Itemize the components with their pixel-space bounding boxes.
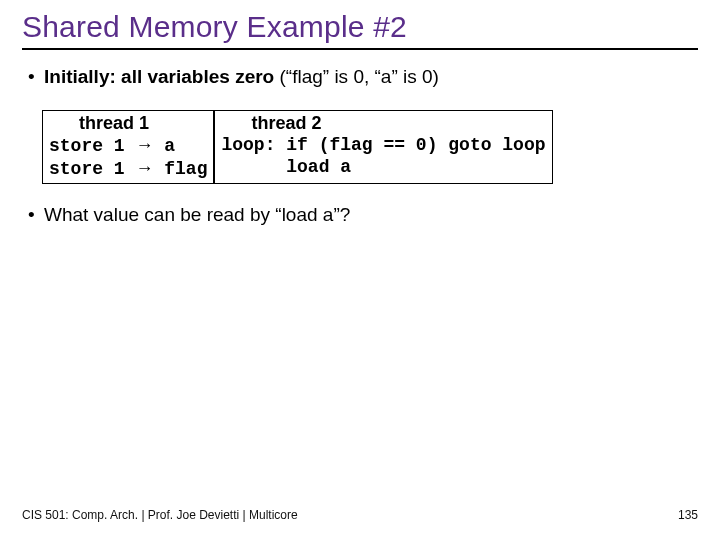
slide: Shared Memory Example #2 • Initially: al… xyxy=(0,0,720,540)
bullet-dot-icon: • xyxy=(28,202,44,228)
bullet-2: • What value can be read by “load a”? xyxy=(28,202,698,228)
footer-left: CIS 501: Comp. Arch. | Prof. Joe Deviett… xyxy=(22,508,298,522)
bullet-1-strong: Initially: all variables zero xyxy=(44,66,274,87)
thread-1-header: thread 1 xyxy=(49,111,207,134)
title-underline xyxy=(22,48,698,50)
bullet-dot-icon: • xyxy=(28,64,44,90)
bullet-1-text: Initially: all variables zero (“flag” is… xyxy=(44,64,439,90)
thread-1-line-2: store 1 → flag xyxy=(49,157,207,181)
thread-2-line-2: load a xyxy=(221,156,545,179)
arrow-icon: → xyxy=(135,135,153,155)
page-number: 135 xyxy=(678,508,698,522)
thread-1-line-1: store 1 → a xyxy=(49,134,207,158)
bullet-1-rest: (“flag” is 0, “a” is 0) xyxy=(274,66,439,87)
thread-1-box: thread 1 store 1 → a store 1 → flag xyxy=(42,110,214,184)
slide-title: Shared Memory Example #2 xyxy=(22,10,698,48)
bullet-list-2: • What value can be read by “load a”? xyxy=(22,202,698,228)
code-area: thread 1 store 1 → a store 1 → flag thre… xyxy=(42,110,698,184)
t1-l2-b: flag xyxy=(153,159,207,179)
thread-2-box: thread 2 loop: if (flag == 0) goto loop … xyxy=(214,110,552,184)
thread-2-line-1: loop: if (flag == 0) goto loop xyxy=(221,134,545,157)
footer: CIS 501: Comp. Arch. | Prof. Joe Deviett… xyxy=(22,508,698,522)
t1-l1-b: a xyxy=(153,136,175,156)
code-row: thread 1 store 1 → a store 1 → flag thre… xyxy=(42,110,698,184)
bullet-list: • Initially: all variables zero (“flag” … xyxy=(22,64,698,90)
bullet-2-text: What value can be read by “load a”? xyxy=(44,202,350,228)
t1-l2-a: store 1 xyxy=(49,159,135,179)
thread-2-header: thread 2 xyxy=(221,111,545,134)
arrow-icon: → xyxy=(135,158,153,178)
t1-l1-a: store 1 xyxy=(49,136,135,156)
bullet-1: • Initially: all variables zero (“flag” … xyxy=(28,64,698,90)
